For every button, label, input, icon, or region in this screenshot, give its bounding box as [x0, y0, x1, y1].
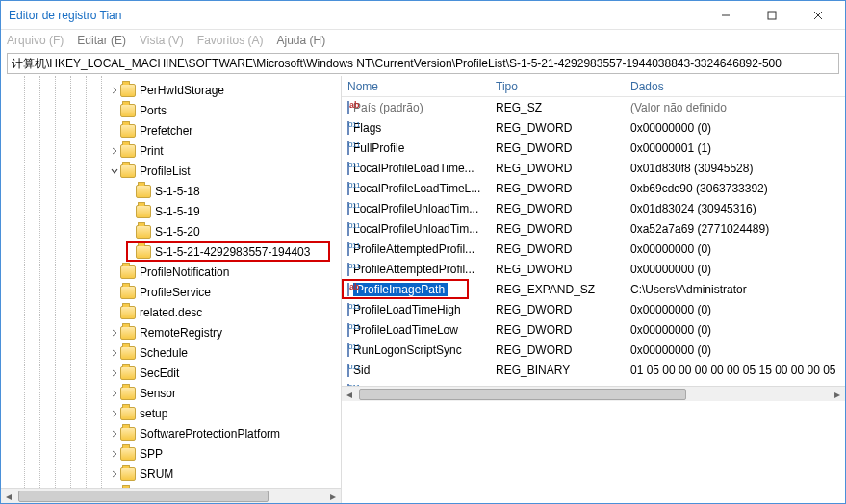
scroll-right-icon[interactable]: ▸: [325, 489, 341, 504]
menubar: Arquivo (F) Editar (E) Vista (V) Favorit…: [1, 30, 845, 51]
value-name: RunLogonScriptSync: [353, 343, 462, 357]
tree-item-label: ProfileNotification: [140, 265, 229, 279]
address-bar[interactable]: 计算机\HKEY_LOCAL_MACHINE\SOFTWARE\Microsof…: [7, 53, 839, 74]
chevron-right-icon[interactable]: [109, 85, 120, 96]
tree-item[interactable]: Prefetcher: [1, 120, 341, 140]
maximize-button[interactable]: [753, 2, 791, 29]
folder-icon: [120, 346, 136, 360]
col-type[interactable]: Tipo: [496, 80, 630, 93]
menu-ajuda[interactable]: Ajuda (H): [277, 34, 326, 47]
menu-vista[interactable]: Vista (V): [140, 34, 184, 47]
chevron-right-icon[interactable]: [109, 145, 120, 157]
titlebar[interactable]: Editor de registro Tian: [1, 1, 845, 30]
value-row[interactable]: ProfileLoadTimeHighREG_DWORD0x00000000 (…: [342, 299, 845, 319]
tree-item[interactable]: PerHwIdStorage: [1, 80, 341, 100]
tree-item[interactable]: RemoteRegistry: [1, 322, 341, 342]
value-row[interactable]: LocalProfileLoadTimeL...REG_DWORD0xb69cd…: [342, 178, 845, 198]
binary-value-icon: [347, 222, 349, 236]
menu-arquivo[interactable]: Arquivo (F): [7, 34, 64, 47]
tree-item[interactable]: Sensor: [1, 383, 341, 403]
value-row[interactable]: SidREG_BINARY01 05 00 00 00 00 00 05 15 …: [342, 360, 845, 380]
tree-item[interactable]: ProfileNotification: [1, 262, 341, 282]
binary-value-icon: [347, 162, 349, 175]
value-type: REG_DWORD: [496, 182, 630, 195]
value-row[interactable]: LocalProfileLoadTime...REG_DWORD0x01d830…: [342, 158, 845, 178]
chevron-right-icon[interactable]: [109, 408, 120, 419]
col-name[interactable]: Nome: [342, 80, 496, 93]
chevron-right-icon[interactable]: [109, 428, 120, 440]
string-value-icon: [347, 283, 349, 296]
list-hscroll[interactable]: ◂ ▸: [342, 386, 845, 401]
chevron-right-icon[interactable]: [109, 347, 120, 359]
tree-item-label: RemoteRegistry: [140, 326, 222, 340]
chevron-right-icon[interactable]: [109, 388, 120, 399]
minimize-button[interactable]: [706, 2, 745, 29]
tree-item[interactable]: SecEdit: [1, 363, 341, 383]
chevron-right-icon[interactable]: [109, 468, 120, 480]
value-type: REG_DWORD: [496, 323, 630, 337]
tree-hscroll[interactable]: ◂ ▸: [1, 488, 341, 503]
tree-item[interactable]: ProfileService: [1, 282, 341, 302]
value-row[interactable]: FullProfileREG_DWORD0x00000001 (1): [342, 138, 845, 158]
window-buttons: [706, 2, 837, 29]
binary-value-icon: [347, 263, 349, 276]
tree-item-label: S-1-5-19: [155, 205, 200, 218]
tree-item[interactable]: Schedule: [1, 342, 341, 363]
values-panel: Nome Tipo Dados País (padrão)REG_SZ(Valo…: [342, 76, 845, 503]
chevron-right-icon[interactable]: [109, 327, 120, 339]
folder-icon: [120, 164, 136, 178]
string-value-icon: [347, 101, 349, 114]
scroll-thumb[interactable]: [18, 491, 269, 502]
value-data: 01 05 00 00 00 00 00 05 15 00 00 00 05: [630, 364, 845, 377]
tree-item[interactable]: ProfileList: [1, 161, 341, 181]
chevron-right-icon[interactable]: [109, 448, 120, 460]
menu-editar[interactable]: Editar (E): [77, 34, 126, 47]
folder-icon: [136, 205, 151, 218]
value-name: ProfileLoadTimeHigh: [353, 303, 461, 316]
tree-item-label: SPP: [140, 447, 163, 461]
value-row[interactable]: ProfileAttemptedProfil...REG_DWORD0x0000…: [342, 259, 845, 279]
value-row[interactable]: LocalProfileUnloadTim...REG_DWORD0xa52a7…: [342, 218, 845, 239]
list-header[interactable]: Nome Tipo Dados: [342, 76, 845, 97]
value-row[interactable]: ProfileImagePathREG_EXPAND_SZC:\Users\Ad…: [342, 279, 845, 299]
list-body[interactable]: País (padrão)REG_SZ(Valor não definidoFl…: [342, 97, 845, 400]
folder-icon: [120, 124, 136, 138]
close-button[interactable]: [799, 2, 837, 29]
tree-item[interactable]: related.desc: [1, 302, 341, 322]
scroll-left-icon[interactable]: ◂: [1, 489, 16, 504]
tree-item-label: setup: [140, 407, 167, 420]
tree-item[interactable]: S-1-5-19: [1, 201, 341, 221]
tree-item[interactable]: SoftwareProtectionPlatform: [1, 423, 341, 443]
tree-item[interactable]: S-1-5-20: [1, 221, 341, 241]
value-name: FullProfile: [353, 141, 404, 155]
scroll-left-icon[interactable]: ◂: [342, 387, 357, 402]
tree-item[interactable]: Ports: [1, 100, 341, 120]
tree-item[interactable]: Print: [1, 140, 341, 161]
window-title: Editor de registro Tian: [9, 9, 706, 22]
tree-item[interactable]: setup: [1, 403, 341, 423]
value-row[interactable]: ProfileAttemptedProfil...REG_DWORD0x0000…: [342, 239, 845, 259]
scroll-thumb[interactable]: [359, 389, 686, 400]
tree-item[interactable]: S-1-5-21-4292983557-194403: [1, 241, 341, 262]
value-type: REG_SZ: [496, 101, 630, 114]
value-row[interactable]: LocalProfileUnloadTim...REG_DWORD0x01d83…: [342, 198, 845, 218]
tree-item[interactable]: S-1-5-18: [1, 181, 341, 201]
value-row[interactable]: FlagsREG_DWORD0x00000000 (0): [342, 117, 845, 138]
tree-item[interactable]: SPP: [1, 443, 341, 464]
chevron-down-icon[interactable]: [109, 165, 120, 177]
value-name: ProfileImagePath: [353, 283, 448, 296]
chevron-right-icon[interactable]: [109, 367, 120, 379]
scroll-right-icon[interactable]: ▸: [830, 387, 845, 402]
chevron-none: [124, 206, 136, 217]
folder-icon: [120, 84, 136, 97]
value-row[interactable]: RunLogonScriptSyncREG_DWORD0x00000000 (0…: [342, 340, 845, 360]
tree-item-label: SecEdit: [140, 366, 179, 380]
tree-panel[interactable]: PerHwIdStoragePortsPrefetcherPrintProfil…: [1, 76, 342, 503]
binary-value-icon: [347, 121, 349, 135]
tree-item-label: Print: [140, 144, 164, 158]
tree-item[interactable]: SRUM: [1, 464, 341, 484]
value-row[interactable]: País (padrão)REG_SZ(Valor não definido: [342, 97, 845, 117]
value-row[interactable]: ProfileLoadTimeLowREG_DWORD0x00000000 (0…: [342, 319, 845, 340]
col-data[interactable]: Dados: [630, 80, 845, 93]
menu-favoritos[interactable]: Favoritos (A): [197, 34, 264, 47]
